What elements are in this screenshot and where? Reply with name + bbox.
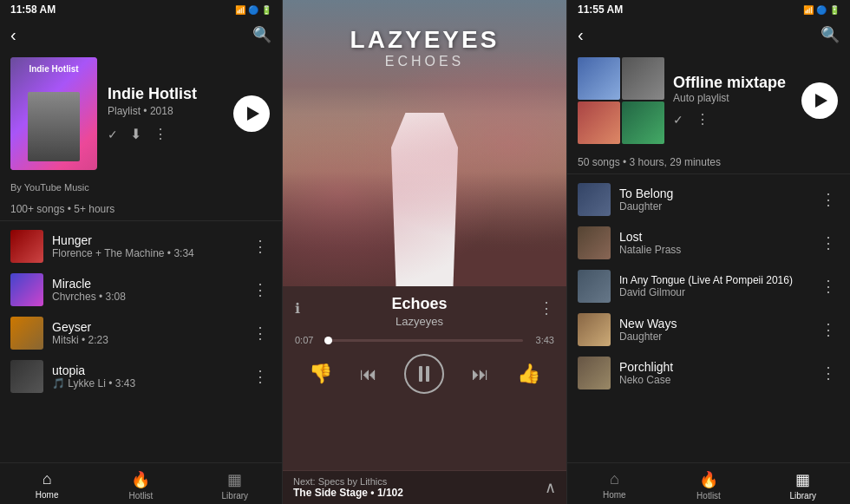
next-chevron-icon[interactable]: ∧	[545, 478, 556, 497]
left-back-button[interactable]: ‹	[10, 25, 16, 45]
download-icon[interactable]: ⬇	[130, 126, 141, 142]
song-artist: Neko Case	[619, 374, 808, 386]
right-play-triangle-icon	[815, 94, 827, 108]
nav-item-home[interactable]: ⌂ Home	[0, 463, 94, 504]
library-icon: ▦	[227, 470, 242, 489]
song-title: New Ways	[619, 317, 808, 331]
playlist-thumbnail: Indie Hotlist	[10, 57, 97, 170]
list-item[interactable]: In Any Tongue (Live At Pompeii 2016) Dav…	[567, 265, 850, 308]
song-more-button[interactable]: ⋮	[249, 277, 271, 303]
song-info: New Ways Daughter	[619, 317, 808, 343]
left-top-nav: ‹ 🔍	[0, 19, 282, 50]
song-info: To Belong Daughter	[619, 187, 808, 213]
song-more-button[interactable]: ⋮	[817, 317, 840, 343]
song-more-button[interactable]: ⋮	[249, 363, 271, 389]
nav-hotlist-label: Hotlist	[129, 491, 154, 501]
save-icon[interactable]: ✓	[108, 128, 118, 141]
right-time: 11:55 AM	[578, 3, 623, 16]
song-more-button[interactable]: ⋮	[817, 360, 840, 386]
by-label: By YouTube Music	[0, 177, 282, 198]
album-artist-subtitle: ECHOES	[283, 54, 566, 69]
song-title: Miracle	[52, 277, 240, 291]
left-status-bar: 11:58 AM 📶 🔵 🔋	[0, 0, 282, 19]
playlist-play-button[interactable]	[233, 95, 270, 132]
player-more-button[interactable]: ⋮	[539, 298, 554, 317]
right-status-icons: 📶 🔵 🔋	[803, 5, 840, 15]
list-item[interactable]: Porchlight Neko Case ⋮	[567, 351, 850, 395]
song-more-button[interactable]: ⋮	[249, 233, 271, 259]
song-thumbnail	[578, 270, 611, 303]
more-icon[interactable]: ⋮	[154, 126, 167, 142]
progress-total: 3:43	[530, 335, 554, 345]
nav-item-library[interactable]: ▦ Library	[188, 463, 282, 504]
playlist-thumb-label: Indie Hotlist	[10, 64, 97, 74]
song-thumbnail	[10, 230, 43, 263]
right-back-button[interactable]: ‹	[578, 25, 584, 45]
playlist-header: Indie Hotlist Indie Hotlist Playlist • 2…	[0, 50, 282, 177]
right-top-nav: ‹ 🔍	[567, 19, 850, 50]
player-info: Echoes Lazyeyes	[300, 295, 539, 328]
next-track-sublabel: The Side Stage • 1/102	[293, 487, 403, 499]
album-art-text: LAZYEYES ECHOES	[283, 26, 566, 69]
list-item[interactable]: Lost Natalie Prass ⋮	[567, 221, 850, 265]
next-button[interactable]: ⏭	[472, 364, 489, 384]
list-item[interactable]: Hunger Florence + The Machine • 3:34 ⋮	[0, 225, 282, 268]
album-artist-title: LAZYEYES	[283, 26, 566, 54]
thumbs-down-button[interactable]: 👎	[309, 363, 332, 385]
song-thumbnail	[10, 273, 43, 306]
right-nav-item-library[interactable]: ▦ Library	[755, 463, 850, 504]
player-controls: ℹ Echoes Lazyeyes ⋮ 0:07 3:43 👎 ⏮	[283, 286, 566, 470]
right-status-bar: 11:55 AM 📶 🔵 🔋	[567, 0, 850, 19]
song-more-button[interactable]: ⋮	[817, 273, 840, 299]
play-triangle-icon	[247, 107, 259, 121]
list-item[interactable]: New Ways Daughter ⋮	[567, 308, 850, 351]
previous-button[interactable]: ⏮	[360, 364, 377, 384]
song-info: Miracle Chvrches • 3:08	[52, 277, 240, 303]
song-thumbnail	[578, 357, 611, 389]
right-more-icon[interactable]: ⋮	[696, 111, 709, 128]
song-artist: Daughter	[619, 200, 808, 213]
thumbs-up-button[interactable]: 👍	[517, 363, 540, 385]
right-search-button[interactable]: 🔍	[821, 25, 840, 44]
right-play-button[interactable]	[801, 82, 838, 119]
home-icon: ⌂	[610, 470, 619, 488]
right-nav-item-home[interactable]: ⌂ Home	[567, 463, 662, 504]
right-songs-meta: 50 songs • 3 hours, 29 minutes	[567, 151, 850, 174]
right-bottom-nav: ⌂ Home 🔥 Hotlist ▦ Library	[567, 462, 850, 504]
song-thumbnail	[10, 360, 43, 393]
list-item[interactable]: To Belong Daughter ⋮	[567, 178, 850, 221]
right-playlist-thumbnail	[578, 57, 664, 144]
song-artist: Chvrches • 3:08	[52, 291, 240, 303]
song-title: utopia	[52, 363, 240, 377]
left-search-button[interactable]: 🔍	[252, 25, 271, 44]
library-icon: ▦	[795, 470, 810, 489]
song-artist: Florence + The Machine • 3:34	[52, 247, 240, 259]
list-item[interactable]: Miracle Chvrches • 3:08 ⋮	[0, 268, 282, 311]
left-time: 11:58 AM	[10, 3, 56, 16]
next-track-bar[interactable]: Next: Specs by Lithics The Side Stage • …	[283, 470, 566, 504]
song-thumbnail	[578, 183, 611, 216]
thumb-cell-2	[622, 57, 664, 100]
song-more-button[interactable]: ⋮	[817, 187, 840, 213]
songs-meta: 100+ songs • 5+ hours	[0, 198, 282, 221]
progress-bar[interactable]	[326, 339, 523, 342]
list-item[interactable]: utopia 🎵 Lykke Li • 3:43 ⋮	[0, 355, 282, 398]
thumb-cell-1	[578, 57, 620, 100]
list-item[interactable]: Geyser Mitski • 2:23 ⋮	[0, 311, 282, 355]
left-status-icons: 📶 🔵 🔋	[235, 5, 271, 15]
right-nav-item-hotlist[interactable]: 🔥 Hotlist	[662, 463, 756, 504]
nav-item-hotlist[interactable]: 🔥 Hotlist	[94, 463, 187, 504]
pause-icon	[419, 366, 429, 382]
song-list: Hunger Florence + The Machine • 3:34 ⋮ M…	[0, 225, 282, 398]
right-playlist-header: Offline mixtape Auto playlist ✓ ⋮	[567, 50, 850, 151]
song-info: In Any Tongue (Live At Pompeii 2016) Dav…	[619, 274, 808, 298]
pause-button[interactable]	[404, 354, 444, 394]
song-title: Hunger	[52, 233, 240, 247]
song-more-button[interactable]: ⋮	[817, 230, 840, 256]
song-artist: David Gilmour	[619, 286, 808, 298]
song-more-button[interactable]: ⋮	[249, 320, 271, 346]
right-panel: 11:55 AM 📶 🔵 🔋 ‹ 🔍 Offline mixtape Auto …	[567, 0, 850, 504]
song-info: Hunger Florence + The Machine • 3:34	[52, 233, 240, 259]
left-bottom-nav: ⌂ Home 🔥 Hotlist ▦ Library	[0, 462, 282, 504]
right-check-icon[interactable]: ✓	[673, 113, 683, 127]
